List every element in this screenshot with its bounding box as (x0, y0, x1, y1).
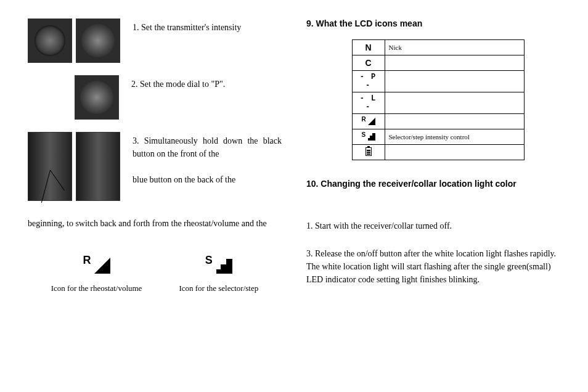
lcd-icon-cell: C (352, 55, 385, 71)
lcd-table-row: R (352, 114, 524, 129)
icon-legend-row: R Icon for the rheostat/volume S Icon fo… (28, 255, 282, 293)
rheostat-icon-block: R Icon for the rheostat/volume (51, 255, 142, 293)
lcd-desc-cell: Selector/step intensity control (385, 129, 524, 145)
right-column: 9. What the LCD icons mean NNickC- P -- … (294, 0, 588, 392)
lcd-table-row: SSelector/step intensity control (352, 129, 524, 145)
section-10-step-1: 1. Start with the receiver/collar turned… (306, 219, 570, 232)
lcd-table-row (352, 145, 524, 160)
lcd-icon-cell: N (352, 40, 385, 55)
step-1-text: 1. Set the transmitter's intensity (133, 18, 241, 34)
lcd-desc-cell (385, 145, 524, 160)
rheostat-mini-icon: R (362, 116, 375, 125)
step-1-row: 1. Set the transmitter's intensity (28, 18, 282, 63)
lcd-icons-table: NNickC- P -- L -RSSelector/step intensit… (352, 39, 525, 160)
battery-icon (365, 147, 372, 156)
intensity-dial-numbered-image (76, 18, 120, 63)
step-2-text: 2. Set the mode dial to "P". (131, 75, 225, 91)
selector-step-icon: S (205, 255, 232, 274)
lcd-table-row: C (352, 55, 524, 71)
lcd-desc-cell: Nick (385, 40, 524, 55)
section-9-heading: 9. What the LCD icons mean (306, 18, 570, 28)
section-10-heading: 10. Changing the receiver/collar locatio… (306, 179, 570, 189)
selector-icon-block: S Icon for the selector/step (179, 255, 258, 293)
lcd-icon-cell (352, 145, 385, 160)
transmitter-front-image (28, 132, 72, 201)
lcd-table-row: - P - (352, 71, 524, 92)
selector-icon-caption: Icon for the selector/step (179, 284, 258, 293)
rheostat-icon-caption: Icon for the rheostat/volume (51, 284, 142, 293)
transmitter-back-image (76, 132, 120, 201)
lcd-desc-cell (385, 71, 524, 92)
step-2-row: 2. Set the mode dial to "P". (28, 75, 282, 120)
continuation-text: beginning, to switch back and forth from… (28, 217, 282, 231)
lcd-table-row: NNick (352, 40, 524, 55)
section-10-step-3: 3. Release the on/off button after the w… (306, 247, 570, 286)
lcd-desc-cell (385, 55, 524, 71)
lcd-desc-cell (385, 114, 524, 129)
lcd-icon-cell: S (352, 129, 385, 145)
section-10-steps: 1. Start with the receiver/collar turned… (306, 219, 570, 286)
step-3-text: 3. Simultaneously hold down the black bu… (133, 132, 282, 186)
step-3-text-b: blue button on the back of the (133, 175, 235, 184)
lcd-table-row: - L - (352, 92, 524, 114)
lcd-icon-cell: - P - (352, 71, 385, 92)
rheostat-icon: R (83, 255, 110, 274)
lcd-desc-cell (385, 92, 524, 114)
lcd-icon-cell: R (352, 114, 385, 129)
lcd-icon-cell: - L - (352, 92, 385, 114)
mode-dial-image (75, 75, 119, 120)
left-column: 1. Set the transmitter's intensity 2. Se… (0, 0, 294, 392)
step-3-text-a: 3. Simultaneously hold down the black bu… (133, 136, 282, 158)
intensity-dial-image (28, 18, 72, 63)
selector-mini-icon: S (362, 132, 375, 141)
step-3-row: 3. Simultaneously hold down the black bu… (28, 132, 282, 201)
